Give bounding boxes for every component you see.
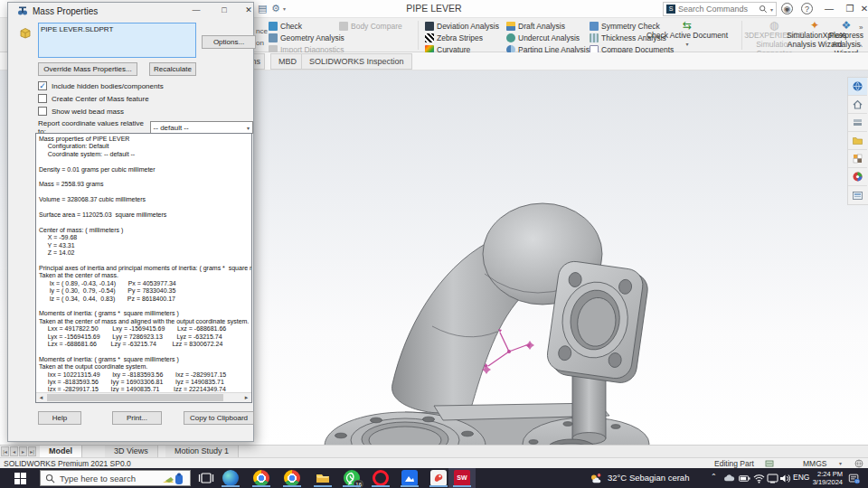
paint-app-icon[interactable] (430, 470, 447, 486)
ribbon-overflow-icon[interactable]: » (859, 23, 863, 32)
ribbon-item-zebra-stripes[interactable]: Zebra Stripes (425, 33, 483, 43)
opera-icon[interactable] (373, 470, 389, 486)
minimize-button[interactable]: — (818, 0, 840, 17)
tab-motion-study[interactable]: Motion Study 1 (165, 446, 239, 457)
taskbar-search-box[interactable]: Type here to search (40, 470, 191, 486)
report-coordinate-dropdown[interactable]: -- default -- ▾ (150, 121, 253, 134)
taskpane-home-icon[interactable] (848, 96, 867, 114)
tab-mbd[interactable]: MBD (270, 53, 305, 70)
tab-3d-views[interactable]: 3D Views (105, 446, 158, 457)
solidworks-search-icon: S (666, 5, 675, 14)
geometry-analysis-icon (269, 33, 278, 42)
thickness-analysis-icon (590, 33, 599, 42)
scrollbar-thumb[interactable] (47, 394, 223, 401)
file-name-field[interactable]: PIPE LEVER.SLDPRT (38, 23, 196, 58)
dialog-maximize-button[interactable]: □ (212, 3, 236, 18)
ribbon-item-draft-analysis[interactable]: Draft Analysis (506, 21, 565, 32)
status-units[interactable]: MMGS (803, 459, 826, 468)
check-active-document-button[interactable]: ⇆ Check Active Document ▾ (637, 20, 737, 49)
deviation-analysis-icon (425, 22, 434, 31)
part-icon (19, 27, 32, 39)
close-button[interactable]: ✕ (854, 0, 868, 17)
ribbon-collapse-icon[interactable]: ^ (859, 42, 863, 51)
svg-text:1: 1 (599, 474, 600, 477)
notification-badge: 15 (855, 479, 859, 483)
mass-properties-results[interactable]: Mass properties of PIPE LEVER Configurat… (35, 133, 252, 403)
cast-icon[interactable] (767, 472, 778, 488)
tray-temperature[interactable]: 32°C Sebagian cerah (608, 473, 689, 483)
checkbox-include-hidden[interactable]: Include hidden bodies/components (38, 81, 164, 90)
tab-scroll-first-icon[interactable]: |◂ (1, 446, 9, 456)
options-button[interactable]: Options... (202, 35, 256, 49)
check-icon (269, 22, 278, 31)
checkbox-label: Create Center of Mass feature (52, 95, 149, 103)
ribbon-item-check[interactable]: Check (269, 21, 302, 32)
weather-icon[interactable]: 1 (590, 472, 601, 488)
checkbox-weld-bead[interactable]: Show weld bead mass (38, 107, 124, 116)
status-tag-icon[interactable] (765, 459, 774, 468)
ribbon-item-deviation-analysis[interactable]: Deviation Analysis (425, 21, 499, 32)
dialog-minimize-button[interactable]: — (184, 3, 208, 18)
help-button[interactable]: Help (38, 411, 81, 425)
photos-icon[interactable] (401, 470, 418, 486)
edge-icon[interactable] (222, 470, 239, 486)
tab-solidworks-inspection[interactable]: SOLIDWORKS Inspection (301, 53, 412, 70)
status-globe-icon[interactable] (854, 459, 863, 468)
tab-scroll-right-icon[interactable]: ▸ (19, 446, 27, 456)
solidworks-icon[interactable]: SW (454, 470, 470, 486)
chrome-icon[interactable] (253, 470, 269, 486)
login-icon[interactable]: ◉ (781, 3, 793, 14)
help-icon[interactable]: ? (801, 3, 813, 14)
search-commands-box[interactable]: S Search Commands ▾ (663, 2, 777, 16)
start-button[interactable] (0, 468, 40, 488)
status-bar: SOLIDWORKS Premium 2021 SP0.0 Editing Pa… (0, 457, 868, 468)
file-explorer-icon[interactable] (315, 470, 331, 486)
print-button[interactable]: Print... (112, 411, 162, 425)
dialog-close-button[interactable]: ✕ (237, 3, 260, 18)
tab-scroll-left-icon[interactable]: ◂ (10, 446, 18, 456)
model-pipe-lever[interactable] (298, 147, 859, 445)
taskpane-3dexperience-icon[interactable] (848, 78, 867, 96)
magnifier-icon[interactable] (759, 5, 768, 14)
chrome-profile-icon[interactable] (284, 470, 300, 486)
whatsapp-icon[interactable]: 16 (344, 470, 360, 486)
battery-icon[interactable] (739, 472, 750, 488)
task-view-icon[interactable] (198, 470, 214, 486)
tray-clock[interactable]: 2:24 PM 3/19/2024 (810, 470, 843, 486)
checkbox-box[interactable] (38, 94, 47, 103)
onedrive-icon[interactable] (723, 472, 735, 488)
ribbon-item-body-compare: Body Compare (339, 21, 402, 32)
search-placeholder: Search Commands (678, 5, 756, 14)
checkbox-create-com[interactable]: Create Center of Mass feature (38, 94, 149, 103)
document-tabs-bar: |◂ ◂ ▸ ▸| Model 3D Views Motion Study 1 (0, 445, 868, 457)
ribbon-item-geometry-analysis[interactable]: Geometry Analysis (269, 33, 344, 43)
copy-to-clipboard-button[interactable]: Copy to Clipboard (184, 411, 254, 425)
taskpane-design-library-icon[interactable] (848, 114, 867, 132)
ribbon-item-undercut-analysis[interactable]: Undercut Analysis (506, 33, 580, 43)
solidworks-active-slot[interactable]: SW (448, 468, 476, 488)
checkbox-box[interactable] (38, 107, 47, 116)
units-caret-icon[interactable]: ▾ (839, 460, 842, 466)
tab-model[interactable]: Model (40, 446, 82, 457)
tray-chevron-icon[interactable]: ⌃ (711, 473, 717, 481)
scroll-left-icon[interactable]: ◂ (36, 393, 46, 402)
tray-language[interactable]: ENG (793, 473, 809, 482)
dialog-title-bar[interactable]: Mass Properties — □ ✕ (8, 3, 253, 19)
tab-scroll-last-icon[interactable]: ▸| (28, 446, 36, 456)
notification-center-icon[interactable]: 15 (848, 472, 860, 488)
taskbar-search-icon (45, 474, 55, 483)
symmetry-check-icon (590, 22, 599, 31)
wifi-icon[interactable] (753, 472, 765, 488)
ribbon-fragment-bottom: on (256, 39, 264, 47)
speaker-icon[interactable] (779, 472, 791, 488)
mass-properties-dialog: Mass Properties — □ ✕ PIPE LEVER.SLDPRT … (7, 2, 254, 442)
override-mass-properties-button[interactable]: Override Mass Properties... (38, 62, 137, 76)
checkbox-box[interactable] (38, 81, 47, 90)
search-caret-icon[interactable]: ▾ (770, 6, 773, 13)
zebra-stripes-icon (425, 33, 434, 42)
body-compare-icon (339, 22, 348, 31)
recalculate-button[interactable]: Recalculate (149, 62, 196, 76)
check-active-caret-icon[interactable]: ▾ (637, 40, 737, 49)
scroll-right-icon[interactable]: ▸ (241, 393, 251, 402)
results-horizontal-scrollbar[interactable]: ◂ ▸ (36, 392, 251, 402)
